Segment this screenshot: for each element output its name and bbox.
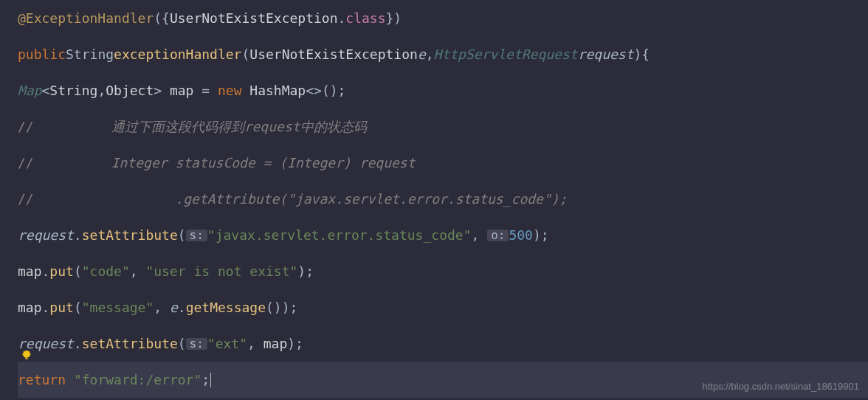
- method-call: setAttribute: [82, 337, 178, 351]
- punct: }): [386, 12, 402, 25]
- var-ref: map: [264, 337, 288, 351]
- dot: .: [74, 337, 82, 351]
- paren: (: [241, 48, 249, 61]
- semicolon: ;: [202, 373, 210, 387]
- dot: .: [42, 265, 50, 278]
- method-call: getMessage: [186, 301, 266, 314]
- param-hint: s:: [186, 338, 207, 350]
- dot: .: [42, 301, 50, 314]
- dot: .: [338, 12, 346, 25]
- punct: ({: [154, 12, 170, 25]
- code-line[interactable]: request.setAttribute( s: "ext", map);: [18, 325, 868, 362]
- paren: );: [287, 337, 303, 351]
- method-name: exceptionHandler: [114, 48, 241, 61]
- code-area[interactable]: @ExceptionHandler({UserNotExistException…: [18, 0, 868, 400]
- code-line[interactable]: map.put("code", "user is not exist");: [18, 253, 868, 289]
- type: String: [66, 48, 114, 61]
- paren: );: [297, 265, 314, 278]
- class-ref: UserNotExistException: [170, 12, 338, 25]
- comma: ,: [247, 337, 264, 351]
- code-line[interactable]: Map<String,Object> map = new HashMap<>()…: [18, 72, 868, 108]
- code-line[interactable]: public String exceptionHandler(UserNotEx…: [18, 36, 868, 72]
- code-line[interactable]: // 通过下面这段代码得到request中的状态码: [18, 108, 868, 145]
- param-type: UserNotExistException: [249, 48, 418, 61]
- code-line[interactable]: // Integer statusCode = (Integer) reques…: [18, 145, 868, 181]
- comment-slashes: //: [18, 120, 34, 134]
- comment-text: Integer statusCode = (Integer) request: [18, 156, 416, 170]
- ctor: HashMap: [249, 84, 306, 97]
- keyword-return: return: [18, 373, 66, 387]
- paren-brace: ){: [634, 48, 650, 61]
- code-editor[interactable]: @ExceptionHandler({UserNotExistException…: [0, 0, 868, 400]
- number-literal: 500: [509, 229, 533, 242]
- paren: (: [74, 265, 82, 278]
- paren: (: [74, 301, 82, 314]
- keyword-public: public: [18, 48, 66, 61]
- var-ref: map: [18, 301, 42, 314]
- keyword-new: new: [210, 84, 249, 97]
- var: map: [162, 84, 202, 97]
- text-caret: [210, 373, 211, 387]
- dot: .: [74, 229, 82, 242]
- lt: <: [42, 84, 50, 97]
- var-ref: e: [170, 301, 178, 314]
- type-map: Map: [18, 84, 42, 97]
- dot: .: [178, 301, 186, 314]
- diamond: <>: [306, 84, 322, 97]
- paren: ();: [322, 84, 346, 97]
- comma: ,: [97, 84, 106, 97]
- comma: ,: [130, 265, 146, 278]
- code-line-active[interactable]: return "forward:/error";: [18, 362, 868, 398]
- var-ref: map: [18, 265, 42, 278]
- param-hint: s:: [186, 230, 207, 241]
- string-literal: "user is not exist": [145, 265, 297, 278]
- param-name: e: [418, 48, 426, 61]
- param-name: request: [578, 48, 634, 61]
- string-literal: "javax.servlet.error.status_code": [207, 229, 472, 242]
- method-call: setAttribute: [82, 229, 178, 242]
- code-line[interactable]: map.put("message", e.getMessage());: [18, 289, 868, 325]
- generic-arg: String: [49, 84, 97, 97]
- eq: =: [202, 84, 210, 97]
- param-type: HttpServletRequest: [434, 48, 578, 61]
- class-keyword: class: [345, 12, 385, 25]
- var-ref: request: [18, 337, 74, 351]
- method-call: put: [49, 265, 74, 278]
- code-line[interactable]: request.setAttribute( s: "javax.servlet.…: [18, 217, 868, 253]
- comment-text: 通过下面这段代码得到request中的状态码: [18, 120, 367, 134]
- paren: );: [533, 229, 549, 242]
- var-ref: request: [18, 229, 74, 242]
- watermark-text: https://blog.csdn.net/sinat_18619901: [703, 382, 860, 391]
- code-line[interactable]: @ExceptionHandler({UserNotExistException…: [18, 0, 868, 36]
- comment-slashes: //: [18, 193, 34, 206]
- generic-arg: Object: [106, 84, 154, 97]
- string-literal: "forward:/error": [74, 373, 202, 387]
- comma: ,: [426, 48, 434, 61]
- comment-text: .getAttribute("javax.servlet.error.statu…: [18, 193, 567, 206]
- space: [66, 373, 74, 387]
- paren: (): [266, 301, 282, 314]
- string-literal: "ext": [207, 337, 247, 351]
- comma: ,: [471, 229, 487, 242]
- code-line[interactable]: // .getAttribute("javax.servlet.error.st…: [18, 181, 868, 217]
- param-hint: o:: [487, 230, 509, 241]
- annotation: @ExceptionHandler: [18, 12, 154, 25]
- paren: (: [178, 229, 186, 242]
- comment-slashes: //: [18, 156, 34, 170]
- comma: ,: [154, 301, 170, 314]
- string-literal: "code": [82, 265, 130, 278]
- gt: >: [154, 84, 162, 97]
- paren: (: [178, 337, 186, 351]
- method-call: put: [49, 301, 74, 314]
- string-literal: "message": [82, 301, 154, 314]
- paren: );: [282, 301, 298, 314]
